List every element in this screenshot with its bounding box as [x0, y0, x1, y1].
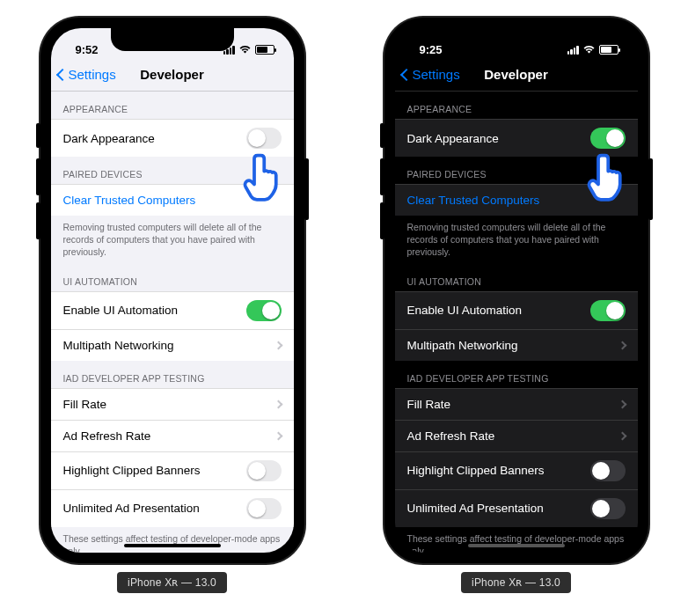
battery-icon	[255, 45, 274, 55]
row-label: Fill Rate	[63, 398, 275, 411]
row-label: Ad Refresh Rate	[63, 429, 275, 443]
row-multipath-networking[interactable]: Multipath Networking	[395, 329, 638, 361]
wifi-icon	[238, 43, 252, 56]
phone-frame: 9:52 Settings Developer APPEARANCEDark A…	[40, 18, 304, 563]
section-header-paired-devices: PAIRED DEVICES	[395, 157, 638, 184]
notch	[455, 28, 578, 51]
nav-bar: Settings Developer	[51, 58, 294, 92]
section-header-ui-automation: UI AUTOMATION	[51, 264, 294, 291]
row-enable-ui-automation[interactable]: Enable UI Automation	[395, 291, 638, 329]
row-label: Clear Trusted Computers	[407, 194, 626, 207]
row-ad-refresh-rate[interactable]: Ad Refresh Rate	[395, 420, 638, 451]
battery-icon	[599, 45, 618, 55]
switch-enable-ui-automation[interactable]	[246, 300, 282, 321]
row-label: Unlimited Ad Presentation	[63, 502, 246, 515]
device-caption: iPhone Xʀ — 13.0	[117, 572, 227, 593]
row-label: Multipath Networking	[407, 339, 619, 352]
page-title: Developer	[140, 67, 204, 82]
section-header-iad-developer-app-testing: IAD DEVELOPER APP TESTING	[51, 361, 294, 388]
row-label: Ad Refresh Rate	[407, 429, 619, 443]
row-label: Enable UI Automation	[407, 304, 590, 317]
row-label: Highlight Clipped Banners	[407, 464, 590, 477]
row-clear-trusted-computers[interactable]: Clear Trusted Computers	[51, 184, 294, 216]
row-label: Highlight Clipped Banners	[63, 464, 246, 477]
row-dark-appearance[interactable]: Dark Appearance	[395, 119, 638, 157]
section-header-iad-developer-app-testing: IAD DEVELOPER APP TESTING	[395, 361, 638, 388]
row-fill-rate[interactable]: Fill Rate	[51, 388, 294, 420]
section-header-appearance: APPEARANCE	[395, 92, 638, 119]
back-label: Settings	[69, 67, 116, 82]
row-highlight-clipped-banners[interactable]: Highlight Clipped Banners	[395, 451, 638, 489]
back-label: Settings	[413, 67, 460, 82]
notch	[111, 28, 234, 51]
section-header-paired-devices: PAIRED DEVICES	[51, 157, 294, 184]
row-fill-rate[interactable]: Fill Rate	[395, 388, 638, 420]
chevron-right-icon	[618, 400, 626, 408]
row-unlimited-ad-presentation[interactable]: Unlimited Ad Presentation	[51, 489, 294, 527]
chevron-right-icon	[618, 341, 626, 349]
row-multipath-networking[interactable]: Multipath Networking	[51, 329, 294, 361]
section-header-appearance: APPEARANCE	[51, 92, 294, 119]
settings-content[interactable]: APPEARANCEDark AppearancePAIRED DEVICESC…	[51, 92, 294, 553]
row-unlimited-ad-presentation[interactable]: Unlimited Ad Presentation	[395, 489, 638, 527]
section-footer: These settings affect testing of develop…	[395, 527, 638, 553]
switch-enable-ui-automation[interactable]	[590, 300, 626, 321]
row-enable-ui-automation[interactable]: Enable UI Automation	[51, 291, 294, 329]
section-footer: Removing trusted computers will delete a…	[395, 216, 638, 264]
nav-bar: Settings Developer	[395, 58, 638, 92]
screen: 9:25 Settings Developer APPEARANCEDark A…	[395, 28, 638, 553]
status-time: 9:52	[76, 43, 99, 56]
row-label: Unlimited Ad Presentation	[407, 502, 590, 515]
screen: 9:52 Settings Developer APPEARANCEDark A…	[51, 28, 294, 553]
home-indicator	[468, 544, 565, 547]
chevron-right-icon	[274, 341, 282, 349]
back-button[interactable]: Settings	[58, 67, 116, 82]
row-label: Dark Appearance	[407, 132, 590, 145]
row-label: Clear Trusted Computers	[63, 194, 282, 207]
back-button[interactable]: Settings	[402, 67, 460, 82]
chevron-right-icon	[618, 431, 626, 440]
row-label: Enable UI Automation	[63, 304, 246, 317]
status-time: 9:25	[420, 43, 443, 56]
switch-highlight-clipped-banners[interactable]	[246, 460, 282, 481]
device-light: 9:52 Settings Developer APPEARANCEDark A…	[40, 18, 304, 593]
row-highlight-clipped-banners[interactable]: Highlight Clipped Banners	[51, 451, 294, 489]
row-label: Dark Appearance	[63, 132, 246, 145]
row-clear-trusted-computers[interactable]: Clear Trusted Computers	[395, 184, 638, 216]
section-footer: These settings affect testing of develop…	[51, 527, 294, 553]
row-label: Multipath Networking	[63, 339, 275, 352]
page-title: Developer	[484, 67, 548, 82]
row-ad-refresh-rate[interactable]: Ad Refresh Rate	[51, 420, 294, 451]
switch-unlimited-ad-presentation[interactable]	[590, 498, 626, 519]
device-dark: 9:25 Settings Developer APPEARANCEDark A…	[384, 18, 648, 593]
section-header-ui-automation: UI AUTOMATION	[395, 264, 638, 291]
wifi-icon	[582, 43, 596, 56]
row-label: Fill Rate	[407, 398, 619, 411]
chevron-left-icon	[55, 68, 68, 80]
phone-frame: 9:25 Settings Developer APPEARANCEDark A…	[384, 18, 648, 563]
section-footer: Removing trusted computers will delete a…	[51, 216, 294, 264]
settings-content[interactable]: APPEARANCEDark AppearancePAIRED DEVICESC…	[395, 92, 638, 553]
chevron-right-icon	[274, 431, 282, 440]
chevron-right-icon	[274, 400, 282, 408]
switch-highlight-clipped-banners[interactable]	[590, 460, 626, 481]
device-caption: iPhone Xʀ — 13.0	[461, 572, 571, 593]
row-dark-appearance[interactable]: Dark Appearance	[51, 119, 294, 157]
switch-unlimited-ad-presentation[interactable]	[246, 498, 282, 519]
home-indicator	[124, 544, 221, 547]
switch-dark-appearance[interactable]	[246, 128, 282, 149]
chevron-left-icon	[399, 68, 412, 80]
switch-dark-appearance[interactable]	[590, 128, 626, 149]
